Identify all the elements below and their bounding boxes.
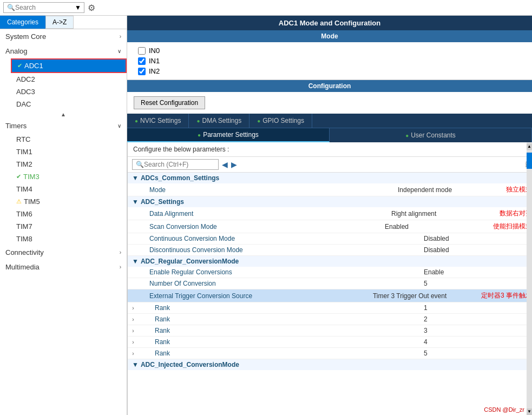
tim5-warn-icon: ⚠ <box>16 198 22 205</box>
in0-checkbox[interactable] <box>138 47 146 55</box>
tab-categories[interactable]: Categories <box>0 16 45 29</box>
rank5-expand-icon[interactable]: › <box>128 351 139 357</box>
tab-user-constants[interactable]: ● User Constants <box>330 128 532 142</box>
sidebar-item-tim8[interactable]: TIM8 <box>11 233 127 245</box>
scroll-up-timers[interactable]: ▲ <box>0 110 127 118</box>
rank4-value: 4 <box>424 338 532 346</box>
tab-gpio-settings[interactable]: ● GPIO Settings <box>249 114 312 128</box>
scrollbar-up-button[interactable]: ▲ <box>527 143 532 150</box>
sidebar-item-tim5[interactable]: ⚠ TIM5 <box>11 195 127 208</box>
adc-common-group-label: ADCs_Common_Settings <box>141 174 219 182</box>
tim3-label: TIM3 <box>23 173 40 181</box>
nvic-check-icon: ● <box>135 118 138 124</box>
connectivity-label: Connectivity <box>5 248 44 256</box>
sidebar-item-multimedia[interactable]: Multimedia › <box>0 260 127 274</box>
in1-checkbox[interactable] <box>138 57 146 65</box>
rank2-expand-icon[interactable]: › <box>128 317 139 322</box>
param-discontinuous-value: Disabled <box>424 246 532 254</box>
param-external-trigger-annotation: 定时器3 事件触发 <box>481 291 532 300</box>
tab-parameter-settings[interactable]: ● Parameter Settings <box>127 128 330 142</box>
top-search-box[interactable]: 🔍 ▼ <box>3 2 84 13</box>
sidebar-item-tim3[interactable]: ✔ TIM3 <box>11 170 127 183</box>
analog-label: Analog <box>5 47 27 55</box>
panel-title: ADC1 Mode and Configuration <box>127 16 532 30</box>
multimedia-label: Multimedia <box>5 263 40 271</box>
params-prev-icon[interactable]: ◀ <box>222 160 228 169</box>
sidebar-item-rtc[interactable]: RTC <box>11 133 127 146</box>
sidebar-item-adc3[interactable]: ADC3 <box>11 85 127 98</box>
sidebar-item-adc1[interactable]: ✔ ADC1 <box>11 58 127 73</box>
system-core-arrow: › <box>120 34 121 39</box>
watermark: CSDN @Dir_zr <box>484 406 524 413</box>
rank2-value: 2 <box>424 315 532 323</box>
sidebar-item-tim6[interactable]: TIM6 <box>11 208 127 220</box>
adc3-label: ADC3 <box>16 88 35 96</box>
mode-in2: IN2 <box>138 67 521 75</box>
reset-config-button[interactable]: Reset Configuration <box>134 96 205 109</box>
top-search-input[interactable] <box>15 4 75 11</box>
scrollbar-down-button[interactable]: ▼ <box>527 409 532 415</box>
param-group-adc-settings-header[interactable]: ▼ ADC_Settings <box>128 196 532 207</box>
sidebar-item-tim7[interactable]: TIM7 <box>11 220 127 233</box>
param-scan-value: Enabled <box>385 223 493 230</box>
sidebar-item-tim1[interactable]: TIM1 <box>11 146 127 158</box>
gear-icon[interactable]: ⚙ <box>88 3 95 13</box>
param-check-icon: ● <box>198 132 201 138</box>
sidebar-tabs: Categories A->Z <box>0 16 127 29</box>
in2-checkbox[interactable] <box>138 68 146 75</box>
params-configure-label: Configure the below parameters : <box>128 142 532 157</box>
tab-dma-settings[interactable]: ● DMA Settings <box>189 114 249 128</box>
scrollbar-track <box>527 150 532 409</box>
params-search-input[interactable] <box>144 161 214 168</box>
sidebar-item-analog[interactable]: Analog ∨ <box>0 44 127 58</box>
gpio-label: GPIO Settings <box>262 117 304 124</box>
right-panel: ADC1 Mode and Configuration Mode IN0 IN1… <box>127 16 532 415</box>
param-rank-row-1: › Rank 1 <box>128 302 532 314</box>
param-group-adc-common-header[interactable]: ▼ ADCs_Common_Settings <box>128 173 532 183</box>
timers-label: Timers <box>5 122 27 130</box>
param-group-adc-regular-header[interactable]: ▼ ADC_Regular_ConversionMode <box>128 256 532 267</box>
param-row-continuous-conversion: Continuous Conversion Mode Disabled <box>128 233 532 245</box>
dac-label: DAC <box>16 100 31 108</box>
rank1-value: 1 <box>424 304 532 312</box>
scrollbar-knob[interactable] <box>527 153 532 169</box>
param-row-external-trigger: External Trigger Conversion Source Timer… <box>128 289 532 302</box>
param-group-adc-injected-header[interactable]: ▼ ADC_Injected_ConversionMode <box>128 359 532 370</box>
tab-atoz[interactable]: A->Z <box>45 16 74 29</box>
dropdown-arrow-icon[interactable]: ▼ <box>75 4 81 11</box>
adc-regular-group-label: ADC_Regular_ConversionMode <box>141 258 239 265</box>
rank4-expand-icon[interactable]: › <box>128 339 139 345</box>
in1-label: IN1 <box>149 57 160 65</box>
sidebar-item-connectivity[interactable]: Connectivity › <box>0 245 127 260</box>
sidebar-content: System Core › Analog ∨ ✔ ADC1 ADC2 ADC3 <box>0 29 127 415</box>
param-rank-row-4: › Rank 4 <box>128 337 532 348</box>
rank1-name: Rank <box>139 304 424 312</box>
param-enable-regular-value: Enable <box>424 268 532 276</box>
param-group-adc-settings: ▼ ADC_Settings Data Alignment Right alig… <box>128 196 532 256</box>
sidebar-item-adc2[interactable]: ADC2 <box>11 73 127 85</box>
params-search-box[interactable]: 🔍 <box>132 159 219 170</box>
in2-label: IN2 <box>149 67 160 75</box>
sidebar-item-tim4[interactable]: TIM4 <box>11 183 127 195</box>
params-next-icon[interactable]: ▶ <box>231 160 237 169</box>
sidebar-item-system-core[interactable]: System Core › <box>0 29 127 44</box>
rank3-name: Rank <box>139 327 424 334</box>
sidebar-item-dac[interactable]: DAC <box>11 98 127 110</box>
rank5-value: 5 <box>424 350 532 357</box>
param-row-mode: Mode Independent mode 独立模式 <box>128 183 532 196</box>
mode-in0: IN0 <box>138 47 521 55</box>
rank4-name: Rank <box>139 338 424 346</box>
param-number-conversion-name: Number Of Conversion <box>128 280 424 287</box>
config-tabs-row2: ● Parameter Settings ● User Constants <box>127 128 532 142</box>
adc-injected-group-label: ADC_Injected_ConversionMode <box>141 361 239 368</box>
rank3-expand-icon[interactable]: › <box>128 328 139 334</box>
config-tabs-row1: ● NVIC Settings ● DMA Settings ● GPIO Se… <box>127 114 532 128</box>
dma-check-icon: ● <box>196 118 200 124</box>
vertical-scrollbar[interactable]: ▲ ▼ <box>527 142 532 415</box>
rank1-expand-icon[interactable]: › <box>128 305 139 311</box>
tab-nvic-settings[interactable]: ● NVIC Settings <box>127 114 189 128</box>
params-search-row: 🔍 ◀ ▶ ℹ <box>128 157 532 173</box>
sidebar-item-timers[interactable]: Timers ∨ <box>0 118 127 133</box>
sidebar-item-tim2[interactable]: TIM2 <box>11 158 127 170</box>
param-enable-regular-name: Enable Regular Conversions <box>128 268 424 276</box>
